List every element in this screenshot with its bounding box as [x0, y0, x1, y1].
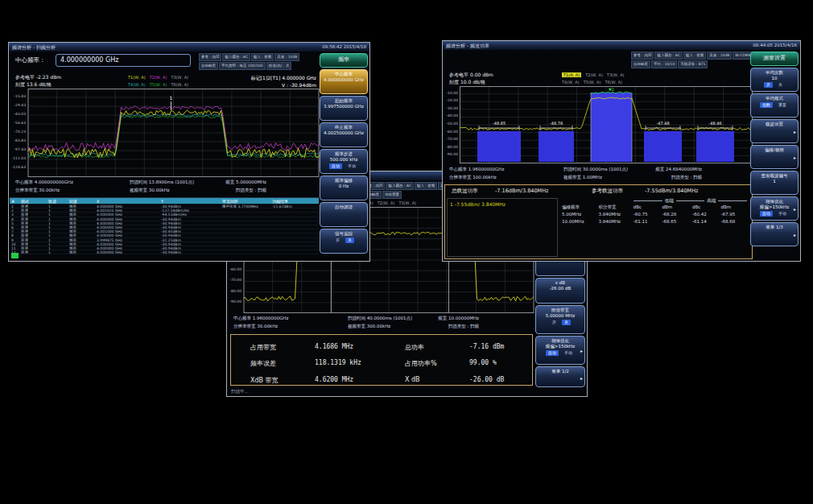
sweep-info-item: 频宽 10.00000MHz [438, 316, 479, 321]
sweep-info-row1: 中心频率 1.96000000GHz扫描时间 30.0000ms (1001点)… [443, 167, 753, 175]
result-value: 4.6200 MHz [315, 376, 405, 385]
marker-table-row[interactable]: 12普通1频率4.000000 GHz-30.94dBm [10, 250, 319, 254]
marker-table-cell: 1 [47, 217, 68, 221]
toggle-option[interactable]: 关 [776, 82, 785, 88]
center-frequency-input[interactable]: 4.000000000 GHz [56, 54, 191, 67]
marker-table-cell [270, 238, 319, 242]
softkey-频率步进[interactable]: 频率步进500.000 kHz自动手动 [320, 149, 368, 174]
offset-table-cell: 10.00MHz [562, 218, 598, 225]
toggle-option[interactable]: 手动 [345, 163, 358, 169]
marker-table-header: #模式轨迹刻度XY带宽间距功能结果 [10, 198, 319, 204]
status-cell: 输入耦合 : AC [386, 182, 414, 190]
center-frequency-value: 4.000000000 GHz [60, 56, 118, 64]
toggle-option[interactable]: 手动 [562, 350, 575, 356]
toggle-option[interactable]: 手动 [776, 211, 789, 217]
softkey-label: 相噪优化 [751, 199, 798, 204]
marker-table-cell: 1 [47, 250, 68, 254]
marker-table-cell: 普通 [19, 225, 47, 229]
marker-table-header-cell: 模式 [19, 198, 47, 204]
softkey-平均模式[interactable]: 平均模式指数重复 [750, 93, 799, 118]
marker-table-cell: 3.999875 GHz [95, 238, 159, 242]
softkey-toggle: 开关 [536, 320, 584, 325]
toggle-option[interactable]: 自动 [760, 211, 773, 217]
carrier-entry[interactable]: 1 -7.55dBm/ 3.840MHz [450, 201, 506, 207]
ref-carrier-power-value: -7.55dBm/3.840MHz [645, 188, 698, 194]
softkey-菜单 1/3[interactable]: 菜单 1/3▸ [750, 222, 799, 246]
toggle-option[interactable]: 关 [562, 320, 571, 325]
softkey-中心频率[interactable]: 中心频率4.000000000 GHz [320, 69, 368, 94]
marker-table-cell: 频率 [68, 233, 95, 237]
softkey-label: 菜单 1/3 [751, 225, 798, 230]
marker-table-cell: 普通 [19, 221, 47, 225]
softkey-value: 频偏>150kHz [751, 204, 798, 210]
marker-table-cell: 普通 [19, 217, 47, 221]
svg-text:-47.48: -47.48 [657, 121, 670, 126]
softkey-相噪优化[interactable]: 相噪优化频偏>150kHz自动手动▸ [535, 336, 585, 365]
marker-table-cell: -30.94dBm [159, 221, 221, 225]
softkey-label: x dB [536, 280, 584, 286]
y-axis-label: -80.00 [229, 289, 241, 293]
softkey-查看载波编号[interactable]: 查看载波编号1 [750, 171, 799, 195]
trace-label: T1(W, A) [128, 75, 146, 80]
menu-header-key[interactable]: 测量设置 [750, 52, 799, 66]
sweep-info-item: 频宽 24.6840000MHz [655, 167, 702, 172]
y-axis-label: -56.63 [14, 121, 26, 125]
sweep-info-row2: 分辨率带宽 30.00kHz视频带宽 30.00kHz扫描类型 : 扫频 [9, 188, 320, 196]
toggle-option[interactable]: 关 [345, 238, 354, 243]
marker-table-cell [221, 233, 270, 237]
softkey-平均次数[interactable]: 平均次数10开关 [750, 68, 799, 92]
softkey-menu: 测量设置平均次数10开关平均模式指数重复载波设置▸偏移/极限▸查看载波编号1相噪… [750, 52, 799, 246]
marker-table-cell: 6 [10, 225, 19, 229]
softkey-信号追踪[interactable]: 信号追踪开关 [320, 229, 368, 254]
toggle-option[interactable]: 自动 [546, 350, 559, 356]
marker-table-cell: -30.94dBm [159, 217, 221, 221]
softkey-偏移/极限[interactable]: 偏移/极限▸ [750, 145, 799, 169]
marker-table-header-cell: 带宽间距 [221, 198, 270, 204]
offset-table-header: 偏移频率积分带宽dBcdBmdBcdBm [562, 204, 749, 211]
window-titlebar[interactable]: 频谱分析 - 扫频分析 09:56:42 2015/4/18 [9, 43, 369, 52]
status-cell: 平均类型 : 电压 100/100 [219, 62, 266, 70]
toggle-option[interactable]: 指数 [760, 102, 773, 108]
offset-col-header: dBm [662, 204, 692, 211]
menu-header-key[interactable]: 频率 [320, 53, 368, 68]
softkey-自动调谐[interactable]: 自动调谐 [320, 202, 368, 227]
marker-table-header-cell: # [10, 198, 19, 204]
marker-table-header-cell: 轨迹 [47, 198, 68, 204]
marker-table-cell [270, 213, 319, 216]
toggle-option[interactable]: 重复 [776, 102, 789, 108]
offset-col-header: 偏移频率 [562, 204, 598, 211]
softkey-终止频率[interactable]: 终止频率4.002500000 GHz [320, 122, 368, 147]
marker-table-cell: 10 [10, 242, 19, 246]
softkey-label: 中心频率 [320, 72, 367, 77]
softkey-频率偏移[interactable]: 频率偏移0 Hz [320, 176, 368, 200]
toggle-option[interactable]: 开 [764, 82, 773, 88]
marker-table-header-cell: 功能结果 [270, 198, 319, 204]
toggle-option[interactable]: 自动 [329, 163, 342, 169]
window-title: 频谱分析 - 频道功率 [446, 41, 489, 50]
offset-table-cell: -68.68 [720, 218, 749, 225]
softkey-x dB[interactable]: x dB-26.00 dB [535, 278, 585, 304]
scale-readout: 刻度 13.6 dB/格 [15, 81, 52, 89]
marker-table-cell: 4.000000 GHz [95, 242, 159, 246]
softkey-限值带宽[interactable]: 限值带宽5.00000 MHz开关 [535, 305, 585, 334]
marker-table-header-cell: Y [159, 198, 221, 204]
softkey-菜单 1/2[interactable]: 菜单 1/2▸ [535, 366, 585, 387]
marker-frequency: 标记[1]2[T1] 4.000000 GHz [251, 74, 316, 81]
softkey-menu: 占用功率%99.00 %x dB-26.00 dB限值带宽5.00000 MHz… [535, 242, 585, 387]
softkey-相噪优化[interactable]: 相噪优化频偏>150kHz自动手动▸ [750, 196, 799, 221]
softkey-载波设置[interactable]: 载波设置▸ [750, 119, 799, 143]
softkey-label: 相噪优化 [536, 338, 584, 344]
window-titlebar[interactable]: 频谱分析 - 频道功率 08:44:05 2015/4/16 [443, 41, 800, 50]
marker-table-cell: 普通 [19, 209, 47, 212]
softkey-起始频率[interactable]: 起始频率3.997500000 GHz [320, 96, 368, 121]
channel-power-results-panel: 总载波功率 -7.16dBm/3.840MHz 参考载波功率 -7.55dBm/… [444, 184, 753, 259]
softkey-toggle: 自动手动 [751, 211, 798, 217]
toggle-option[interactable]: 开 [333, 238, 342, 243]
trace-labels-row1: T1(A, A)T2(W, A)T3(W, A) [562, 72, 625, 77]
marker-table-cell: 4 [10, 217, 19, 221]
softkey-label: 平均模式 [751, 96, 798, 101]
toggle-option[interactable]: 开 [550, 320, 559, 325]
marker-table-cell: 7 [10, 229, 19, 233]
softkey-value: 3.997500000 GHz [320, 104, 367, 109]
result-label: 频率误差 [250, 359, 315, 368]
